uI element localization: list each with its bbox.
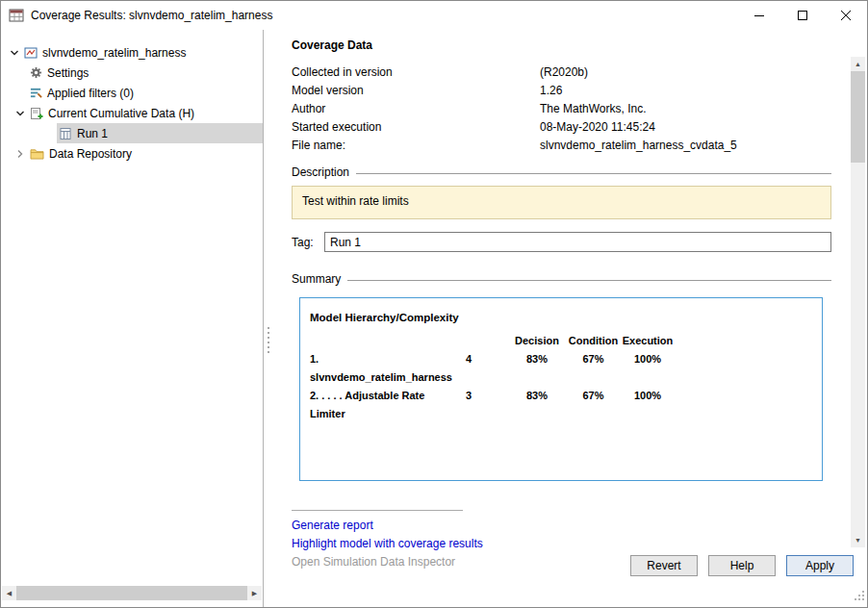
scroll-right-arrow-icon[interactable]: ▶	[247, 586, 262, 600]
details-vertical-scrollbar[interactable]: ▲ ▼	[851, 57, 865, 547]
field-value: slvnvdemo_ratelim_harness_cvdata_5	[540, 137, 737, 155]
window-controls	[737, 1, 867, 30]
table-row-decision: 83%	[507, 350, 567, 387]
field-label: Model version	[292, 82, 540, 100]
field-author: Author The MathWorks, Inc.	[292, 100, 831, 118]
chevron-down-icon[interactable]	[13, 109, 28, 118]
coverage-app-icon	[9, 8, 24, 23]
maximize-icon	[798, 11, 807, 20]
coverage-data-panel: Coverage Data Collected in version (R202…	[264, 30, 867, 607]
tree-item-label: Settings	[47, 66, 89, 80]
tree-item-run-1[interactable]: Run 1	[1, 123, 263, 143]
help-button[interactable]: Help	[708, 555, 776, 576]
table-row-name: 1. slvnvdemo_ratelim_harness	[310, 350, 454, 387]
coverage-results-window: Coverage Results: slvnvdemo_ratelim_harn…	[0, 0, 868, 608]
description-textarea[interactable]: Test within rate limits	[292, 186, 831, 219]
close-button[interactable]	[824, 1, 867, 30]
field-collected-version: Collected in version (R2020b)	[292, 63, 831, 82]
window-body: slvnvdemo_ratelim_harness	[1, 30, 867, 607]
model-icon	[24, 46, 38, 60]
summary-table-title: Model Hierarchy/Complexity	[310, 312, 822, 323]
tag-input[interactable]	[324, 232, 831, 252]
tree-item-label: slvnvdemo_ratelim_harness	[42, 46, 186, 60]
filter-icon	[30, 87, 42, 99]
table-row-complexity: 4	[454, 350, 483, 387]
table-row-execution: 100%	[620, 387, 676, 423]
close-icon	[841, 11, 851, 20]
summary-report-box: Model Hierarchy/Complexity Decision Cond…	[299, 297, 823, 481]
folder-icon	[30, 147, 44, 160]
field-value: 08-May-2020 11:45:24	[540, 118, 655, 137]
chevron-down-icon[interactable]	[7, 48, 22, 58]
table-row-condition: 67%	[567, 350, 620, 387]
run-report-icon	[59, 127, 72, 140]
tree-item-label: Data Repository	[49, 147, 132, 161]
field-file-name: File name: slvnvdemo_ratelim_harness_cvd…	[292, 137, 831, 155]
section-divider	[356, 173, 831, 174]
summary-label: Summary	[292, 272, 341, 286]
tree-item-label: Run 1	[77, 127, 108, 140]
title-bar: Coverage Results: slvnvdemo_ratelim_harn…	[1, 1, 867, 30]
window-title: Coverage Results: slvnvdemo_ratelim_harn…	[31, 9, 272, 22]
field-value: (R2020b)	[540, 63, 588, 82]
revert-button[interactable]: Revert	[630, 555, 698, 576]
tree-item-label: Current Cumulative Data (H)	[48, 107, 194, 120]
table-row-name: 2. . . . . Adjustable Rate Limiter	[310, 387, 454, 423]
table-row-condition: 67%	[567, 387, 620, 423]
field-label: Author	[292, 100, 540, 118]
tag-field-row: Tag:	[292, 232, 831, 252]
tree-item-cumulative-data[interactable]: Current Cumulative Data (H)	[1, 103, 263, 123]
links-divider	[292, 510, 463, 511]
scroll-left-arrow-icon[interactable]: ◀	[2, 586, 16, 600]
dialog-buttons: Revert Help Apply	[630, 555, 854, 576]
field-label: File name:	[292, 137, 540, 155]
summary-table: Decision Condition Execution 1. slvnvdem…	[310, 332, 822, 423]
apply-button[interactable]: Apply	[786, 555, 854, 576]
panel-title: Coverage Data	[292, 38, 831, 52]
field-started-execution: Started execution 08-May-2020 11:45:24	[292, 118, 831, 137]
chevron-right-icon[interactable]	[13, 149, 28, 159]
field-value: The MathWorks, Inc.	[540, 100, 646, 118]
open-sdi-link: Open Simulation Data Inspector	[292, 553, 455, 571]
tree-item-harness-root[interactable]: slvnvdemo_ratelim_harness	[1, 42, 263, 63]
minimize-button[interactable]	[737, 1, 780, 30]
table-row-decision: 83%	[507, 387, 567, 423]
tree-horizontal-scrollbar[interactable]: ◀ ▶	[2, 586, 262, 600]
window-resize-grip[interactable]	[854, 588, 865, 605]
section-divider	[347, 280, 831, 281]
column-header-execution: Execution	[620, 332, 676, 350]
tree-item-label: Applied filters (0)	[47, 87, 134, 100]
cumulative-data-icon	[30, 107, 43, 120]
results-tree-panel: slvnvdemo_ratelim_harness	[1, 30, 264, 607]
tag-label: Tag:	[292, 236, 324, 249]
vertical-scrollbar-track[interactable]	[851, 163, 865, 533]
tree-item-data-repository[interactable]: Data Repository	[1, 143, 263, 164]
highlight-model-link[interactable]: Highlight model with coverage results	[292, 535, 483, 553]
description-label: Description	[292, 165, 349, 179]
description-section-header: Description	[292, 165, 831, 179]
table-row-execution: 100%	[620, 350, 676, 387]
scroll-up-arrow-icon[interactable]: ▲	[851, 57, 865, 71]
selected-tree-item: Run 1	[57, 123, 263, 143]
field-label: Collected in version	[292, 63, 540, 82]
results-tree: slvnvdemo_ratelim_harness	[1, 30, 263, 164]
column-header-condition: Condition	[567, 332, 620, 350]
field-model-version: Model version 1.26	[292, 82, 831, 100]
tree-item-settings[interactable]: Settings	[1, 63, 263, 83]
gear-icon	[30, 66, 42, 79]
tree-item-applied-filters[interactable]: Applied filters (0)	[1, 83, 263, 103]
panel-splitter-handle[interactable]	[267, 326, 270, 353]
vertical-scrollbar-thumb[interactable]	[851, 71, 865, 163]
table-row-complexity: 3	[454, 387, 483, 423]
summary-section-header: Summary	[292, 272, 831, 286]
generate-report-link[interactable]: Generate report	[292, 517, 373, 535]
minimize-icon	[754, 11, 764, 20]
column-header-decision: Decision	[507, 332, 567, 350]
maximize-button[interactable]	[780, 1, 824, 30]
field-label: Started execution	[292, 118, 540, 137]
horizontal-scrollbar-thumb[interactable]	[16, 586, 247, 600]
field-value: 1.26	[540, 82, 562, 100]
coverage-data-content: Coverage Data Collected in version (R202…	[264, 30, 848, 549]
scroll-down-arrow-icon[interactable]: ▼	[851, 533, 865, 547]
